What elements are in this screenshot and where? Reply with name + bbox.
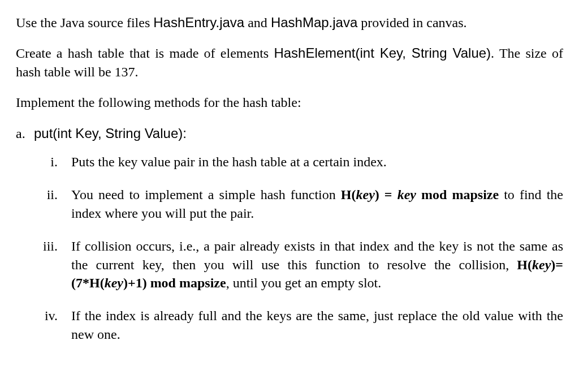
text: If collision occurs, i.e., a pair alread… — [71, 239, 563, 272]
list-item-i: i. Puts the key value pair in the hash t… — [26, 153, 563, 171]
list-item-iv: iv. If the index is already full and the… — [26, 307, 563, 343]
list-item-ii: ii. You need to implement a simple hash … — [26, 186, 563, 222]
text: , until you get an empty slot. — [226, 275, 382, 290]
text: H( — [517, 257, 532, 272]
text: ) = — [375, 187, 397, 202]
list-marker-i: i. — [26, 153, 71, 171]
method-signature-put: put(int Key, String Value): — [34, 124, 187, 143]
intro-paragraph-1: Use the Java source files HashEntry.java… — [16, 14, 563, 32]
list-body-iv: If the index is already full and the key… — [71, 307, 563, 343]
text: H( — [341, 187, 356, 202]
list-marker-iii: iii. — [26, 237, 71, 292]
method-item-put: a. put(int Key, String Value): — [16, 124, 563, 143]
hash-element-signature: HashElement(int Key, String Value) — [274, 45, 491, 61]
list-marker-a: a. — [16, 124, 34, 143]
filename-hashentry: HashEntry.java — [153, 15, 244, 30]
list-body-ii: You need to implement a simple hash func… — [71, 186, 563, 222]
text: Create a hash table that is made of elem… — [16, 46, 274, 61]
list-item-iii: iii. If collision occurs, i.e., a pair a… — [26, 237, 563, 292]
text-key: key — [532, 257, 551, 272]
sub-list: i. Puts the key value pair in the hash t… — [16, 153, 563, 343]
method-list: a. put(int Key, String Value): — [16, 124, 563, 143]
text: )+1) mod mapsize — [123, 275, 226, 290]
text-key: key — [397, 187, 416, 202]
intro-paragraph-2: Create a hash table that is made of elem… — [16, 44, 563, 81]
list-marker-ii: ii. — [26, 186, 71, 222]
intro-paragraph-3: Implement the following methods for the … — [16, 93, 563, 111]
text: Use the Java source files — [16, 15, 153, 30]
list-marker-iv: iv. — [26, 307, 71, 343]
filename-hashmap: HashMap.java — [271, 15, 357, 30]
text: provided in canvas. — [357, 15, 466, 30]
text: and — [244, 15, 271, 30]
text-key: key — [356, 187, 374, 202]
text: You need to implement a simple hash func… — [71, 187, 341, 202]
list-body-i: Puts the key value pair in the hash tabl… — [71, 153, 563, 171]
text: mod mapsize — [416, 187, 499, 202]
hash-func-def: H(key) = key mod mapsize — [341, 187, 499, 202]
text-key: key — [105, 275, 123, 290]
list-body-iii: If collision occurs, i.e., a pair alread… — [71, 237, 563, 292]
